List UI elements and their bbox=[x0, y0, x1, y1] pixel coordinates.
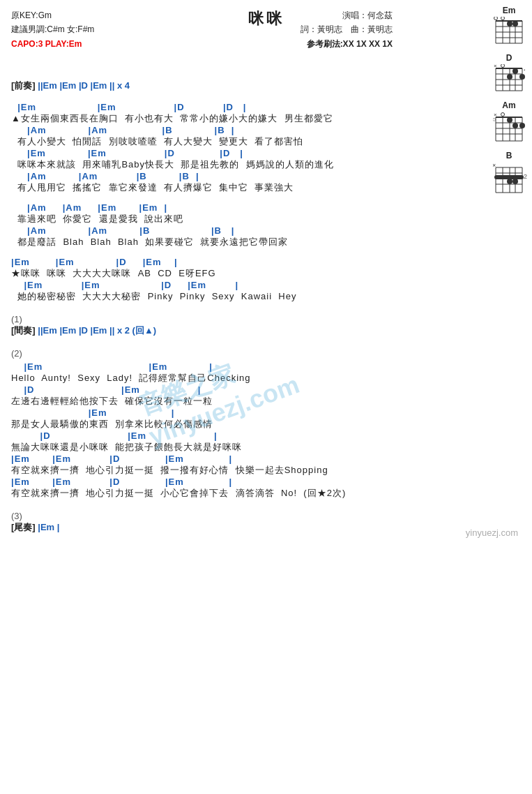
s2-lyrics5: 有空就來擠一擠 地心引力挺一挺 撥一撥有好心情 快樂一起去Shopping bbox=[11, 464, 402, 477]
header-right: 演唱：何念茲 詞：黃明志 曲：黃明志 参考刷法:XX 1X XX 1X bbox=[301, 8, 393, 51]
section1-interlude: [間奏] ||Em |Em |D |Em || x 2 (回▲) bbox=[11, 324, 402, 337]
svg-text:×: × bbox=[494, 64, 497, 69]
verse2-lyrics1: 靠過來吧 你愛它 還是愛我 說出來吧 bbox=[11, 213, 402, 225]
s2-chords4: |D |Em | bbox=[11, 430, 402, 441]
verse1: |Em |Em |D |D | ▲女生兩個東西長在胸口 有小也有大 常常小的嫌小… bbox=[11, 102, 402, 194]
svg-point-58 bbox=[512, 179, 518, 184]
verse2-chords1: |Am |Am |Em |Em | bbox=[11, 202, 402, 213]
svg-text:2: 2 bbox=[524, 173, 527, 180]
s2-chords3: |Em | bbox=[11, 407, 402, 418]
svg-point-27 bbox=[512, 68, 518, 74]
verse1-chords2: |Am |Am |B |B | bbox=[11, 125, 402, 135]
svg-point-12 bbox=[507, 21, 512, 27]
chorus-lyrics1: ★咪咪 咪咪 大大大大咪咪 AB CD E呀EFG bbox=[11, 267, 402, 280]
verse1-chords1: |Em |Em |D |D | bbox=[11, 102, 402, 112]
chord-b-name: B bbox=[506, 151, 512, 160]
section3-label: (3) bbox=[11, 511, 402, 521]
section1: (1) [間奏] ||Em |Em |D |Em || x 2 (回▲) bbox=[11, 314, 402, 337]
original-key: 原KEY:Gm bbox=[11, 8, 94, 22]
capo: CAPO:3 PLAY:Em bbox=[11, 37, 94, 51]
section1-label: (1) bbox=[11, 314, 402, 324]
verse1-chords3: |Em |Em |D |D | bbox=[11, 148, 402, 158]
svg-point-11 bbox=[501, 17, 505, 20]
chord-b: B bbox=[493, 151, 525, 195]
chord-am: Am × bbox=[493, 100, 525, 144]
chord-em: Em bbox=[493, 6, 525, 46]
chord-am-name: Am bbox=[502, 100, 515, 110]
s2-chords6: |Em |Em |D |Em | bbox=[11, 477, 402, 487]
chord-d-name: D bbox=[506, 53, 512, 63]
verse1-lyrics2: 有人小變大 怕閒話 別吱吱喳喳 有人大變大 變更大 看了都害怕 bbox=[11, 135, 402, 148]
footer: yinyuezj.com bbox=[466, 527, 518, 538]
svg-point-28 bbox=[519, 74, 525, 80]
svg-point-13 bbox=[512, 21, 518, 27]
header-left: 原KEY:Gm 建議男調:C#m 女:F#m CAPO:3 PLAY:Em bbox=[11, 8, 94, 51]
chord-em-name: Em bbox=[503, 6, 516, 15]
svg-rect-56 bbox=[494, 175, 524, 179]
chorus-chords2: |Em |Em |D |Em | bbox=[11, 280, 402, 290]
svg-point-57 bbox=[507, 179, 512, 184]
verse2-lyrics2: 都是廢話 Blah Blah Blah 如果要碰它 就要永遠把它帶回家 bbox=[11, 236, 402, 248]
verse1-lyrics4: 有人甩用它 搖搖它 靠它來發達 有人擠爆它 集中它 事業強大 bbox=[11, 181, 402, 194]
lyricist-composer: 詞：黃明志 曲：黃明志 bbox=[301, 22, 393, 36]
verse1-chords4: |Am |Am |B |B | bbox=[11, 171, 402, 181]
svg-text:×: × bbox=[493, 162, 496, 169]
chorus: |Em |Em |D |Em | ★咪咪 咪咪 大大大大咪咪 AB CD E呀E… bbox=[11, 257, 402, 303]
s2-chords5: |Em |Em |D |Em | bbox=[11, 454, 402, 464]
s2-chords1: |Em |Em | bbox=[11, 361, 402, 372]
verse1-lyrics1: ▲女生兩個東西長在胸口 有小也有大 常常小的嫌小大的嫌大 男生都愛它 bbox=[11, 112, 402, 125]
s2-chords2: |D |Em | bbox=[11, 384, 402, 395]
verse2: |Am |Am |Em |Em | 靠過來吧 你愛它 還是愛我 說出來吧 |Am… bbox=[11, 202, 402, 248]
svg-point-10 bbox=[494, 17, 498, 20]
section3-outro: [尾奏] |Em | bbox=[11, 521, 402, 534]
strum-pattern: 参考刷法:XX 1X XX 1X bbox=[301, 37, 393, 51]
svg-point-44 bbox=[519, 123, 525, 128]
s2-lyrics1: Hello Aunty! Sexy Lady! 記得經常幫自己Checking bbox=[11, 372, 402, 384]
section3: (3) [尾奏] |Em | bbox=[11, 511, 402, 534]
svg-text:*: * bbox=[524, 68, 525, 74]
chorus-lyrics2: 她的秘密秘密 大大大大秘密 Pinky Pinky Sexy Kawaii He… bbox=[11, 290, 402, 303]
svg-point-41 bbox=[501, 113, 505, 117]
svg-text:○: ○ bbox=[493, 116, 496, 123]
svg-point-43 bbox=[512, 123, 518, 128]
singer: 演唱：何念茲 bbox=[301, 8, 393, 22]
svg-point-25 bbox=[501, 64, 505, 68]
main-content: [前奏] ||Em |Em |D |Em || x 4 |Em |Em |D |… bbox=[11, 80, 402, 534]
chord-d: D × bbox=[493, 53, 525, 93]
s2-lyrics4: 無論大咪咪還是小咪咪 能把孩子餵飽長大就是好咪咪 bbox=[11, 441, 402, 454]
intro-section: [前奏] ||Em |Em |D |Em || x 4 bbox=[11, 80, 402, 92]
page: 原KEY:Gm 建議男調:C#m 女:F#m CAPO:3 PLAY:Em 咪咪… bbox=[0, 0, 532, 550]
svg-point-42 bbox=[507, 117, 512, 123]
section2-label: (2) bbox=[11, 348, 402, 359]
suggestion: 建議男調:C#m 女:F#m bbox=[11, 22, 94, 36]
svg-point-26 bbox=[507, 74, 512, 80]
verse2-chords2: |Am |Am |B |B | bbox=[11, 225, 402, 236]
intro-text: [前奏] ||Em |Em |D |Em || x 4 bbox=[11, 80, 130, 91]
chord-diagrams: Em bbox=[493, 6, 525, 195]
verse1-lyrics3: 咪咪本來就該 用來哺乳Baby快長大 那是祖先教的 媽媽說的人類的進化 bbox=[11, 158, 402, 171]
s2-lyrics6: 有空就來擠一擠 地心引力挺一挺 小心它會掉下去 滴答滴答 No! (回★2次) bbox=[11, 487, 402, 500]
s2-lyrics3: 那是女人最驕傲的東西 別拿來比較何必傷感情 bbox=[11, 418, 402, 430]
s2-lyrics2: 左邊右邊輕輕給他按下去 確保它沒有一粒一粒 bbox=[11, 395, 402, 407]
section2: (2) |Em |Em | Hello Aunty! Sexy Lady! 記得… bbox=[11, 348, 402, 500]
chorus-chords1: |Em |Em |D |Em | bbox=[11, 257, 402, 267]
